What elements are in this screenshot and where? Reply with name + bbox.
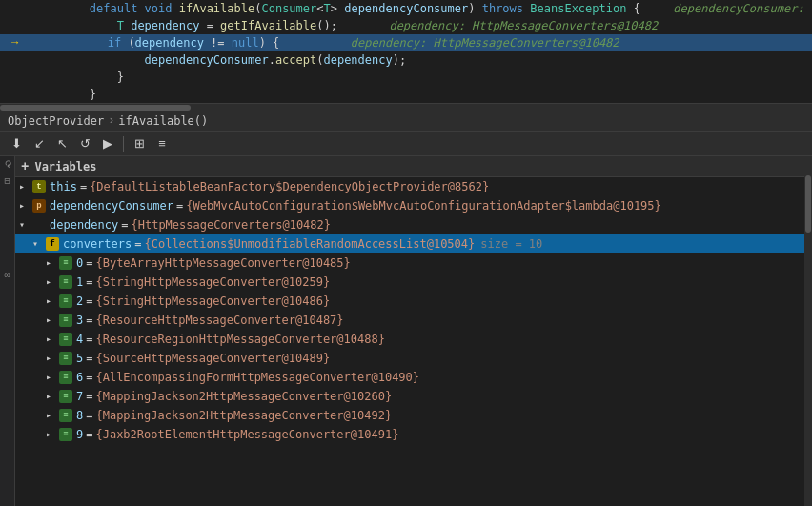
toolbar-separator-1 xyxy=(123,136,124,152)
var-row-converters[interactable]: ▾ f converters = {Collections$Unmodifiab… xyxy=(15,234,804,253)
var-name-8: 8 xyxy=(76,409,83,422)
expand-this[interactable]: ▸ xyxy=(19,181,32,192)
var-val-6: {AllEncompassingFormHttpMessageConverter… xyxy=(95,371,419,384)
var-val-this: {DefaultListableBeanFactory$DependencyOb… xyxy=(90,180,489,193)
variables-header: + Variables xyxy=(15,156,804,177)
side-icon-1[interactable]: ⟳ xyxy=(2,160,12,168)
var-eq-3: = xyxy=(86,314,92,327)
variables-scrollbar[interactable] xyxy=(804,156,812,506)
badge-arr-1: ≡ xyxy=(59,275,72,289)
expand-5[interactable]: ▸ xyxy=(46,353,59,364)
badge-arr-3: ≡ xyxy=(59,314,72,327)
var-val-1: {StringHttpMessageConverter@10259} xyxy=(95,275,330,289)
expand-dep-consumer[interactable]: ▸ xyxy=(19,200,32,212)
side-icon-2[interactable]: ⊟ xyxy=(4,175,10,187)
var-eq-4: = xyxy=(86,333,92,346)
badge-arr-0: ≡ xyxy=(59,256,72,270)
code-line-6: } xyxy=(0,86,812,103)
var-name-4: 4 xyxy=(76,333,83,346)
expand-dependency[interactable]: ▾ xyxy=(19,219,32,231)
var-name-1: 1 xyxy=(76,275,83,289)
var-row-dependency[interactable]: ▾ dependency = {HttpMessageConverters@10… xyxy=(15,215,804,234)
step-over-button[interactable]: ⬇ xyxy=(6,134,27,153)
var-val-converters: {Collections$UnmodifiableRandomAccessLis… xyxy=(144,237,475,251)
var-eq-dep-consumer: = xyxy=(176,199,183,213)
badge-arr-4: ≡ xyxy=(59,333,72,346)
var-name-5: 5 xyxy=(76,352,83,365)
badge-p: p xyxy=(32,199,46,213)
var-val-7: {MappingJackson2HttpMessageConverter@102… xyxy=(95,390,392,403)
var-val-dependency: {HttpMessageConverters@10482} xyxy=(131,218,331,232)
var-eq-9: = xyxy=(86,428,92,441)
expand-6[interactable]: ▸ xyxy=(46,372,59,383)
breadcrumb-object-provider[interactable]: ObjectProvider xyxy=(8,114,104,128)
var-meta-converters: size = 10 xyxy=(480,237,542,251)
step-out-button[interactable]: ↖ xyxy=(51,134,72,153)
debug-toolbar: ⬇ ↙ ↖ ↺ ▶ ⊞ ≡ xyxy=(0,132,812,156)
resume-button[interactable]: ▶ xyxy=(97,134,118,153)
var-name-7: 7 xyxy=(76,390,83,403)
badge-arr-9: ≡ xyxy=(59,428,72,441)
variables-list[interactable]: ▸ t this = {DefaultListableBeanFactory$D… xyxy=(15,177,804,506)
var-val-0: {ByteArrayHttpMessageConverter@10485} xyxy=(95,256,350,270)
badge-arr-7: ≡ xyxy=(59,390,72,403)
breadcrumb-separator: › xyxy=(108,114,114,128)
var-row-2[interactable]: ▸ ≡ 2 = {StringHttpMessageConverter@1048… xyxy=(15,292,804,311)
var-eq-1: = xyxy=(86,275,92,289)
expand-4[interactable]: ▸ xyxy=(46,334,59,345)
expand-0[interactable]: ▸ xyxy=(46,257,59,269)
var-eq-dependency: = xyxy=(121,218,128,232)
expand-2[interactable]: ▸ xyxy=(46,295,59,307)
var-eq-7: = xyxy=(86,390,92,403)
var-val-9: {Jaxb2RootElementHttpMessageConverter@10… xyxy=(95,428,398,441)
var-name-this: this xyxy=(50,180,77,193)
side-icon-3[interactable]: ∞ xyxy=(4,271,10,281)
var-row-4[interactable]: ▸ ≡ 4 = {ResourceRegionHttpMessageConver… xyxy=(15,330,804,349)
var-row-1[interactable]: ▸ ≡ 1 = {StringHttpMessageConverter@1025… xyxy=(15,273,804,292)
frames-button[interactable]: ⊞ xyxy=(129,134,150,153)
var-row-this[interactable]: ▸ t this = {DefaultListableBeanFactory$D… xyxy=(15,177,804,196)
var-row-8[interactable]: ▸ ≡ 8 = {MappingJackson2HttpMessageConve… xyxy=(15,406,804,425)
var-eq-this: = xyxy=(80,180,87,193)
var-row-dependency-consumer[interactable]: ▸ p dependencyConsumer = {WebMvcAutoConf… xyxy=(15,196,804,215)
var-val-2: {StringHttpMessageConverter@10486} xyxy=(95,294,330,308)
expand-1[interactable]: ▸ xyxy=(46,276,59,288)
badge-this: t xyxy=(32,180,46,193)
var-eq-5: = xyxy=(86,352,92,365)
breadcrumb-bar: ObjectProvider › ifAvailable() xyxy=(0,111,812,132)
var-row-9[interactable]: ▸ ≡ 9 = {Jaxb2RootElementHttpMessageConv… xyxy=(15,425,804,444)
badge-f: f xyxy=(46,237,59,251)
var-eq-8: = xyxy=(86,409,92,422)
var-eq-converters: = xyxy=(134,237,141,251)
variables-content: + Variables ▸ t this = {DefaultListableB… xyxy=(15,156,804,506)
threads-button[interactable]: ≡ xyxy=(152,134,173,153)
app-container: default void ifAvailable(Consumer<T> dep… xyxy=(0,0,812,506)
var-row-5[interactable]: ▸ ≡ 5 = {SourceHttpMessageConverter@1048… xyxy=(15,349,804,368)
expand-converters[interactable]: ▾ xyxy=(32,238,46,250)
var-val-4: {ResourceRegionHttpMessageConverter@1048… xyxy=(95,333,384,346)
expand-9[interactable]: ▸ xyxy=(46,429,59,440)
var-name-2: 2 xyxy=(76,294,83,308)
var-eq-0: = xyxy=(86,256,92,270)
breadcrumb-method[interactable]: ifAvailable() xyxy=(118,114,208,128)
badge-arr-6: ≡ xyxy=(59,371,72,384)
var-val-dep-consumer: {WebMvcAutoConfiguration$WebMvcAutoConfi… xyxy=(186,199,661,213)
code-editor: default void ifAvailable(Consumer<T> dep… xyxy=(0,0,812,111)
variables-panel: ⟳ ⊟ ∞ + Variables ▸ t this = {Defaul xyxy=(0,156,812,506)
step-into-button[interactable]: ↙ xyxy=(29,134,50,153)
var-val-5: {SourceHttpMessageConverter@10489} xyxy=(95,352,330,365)
rerun-button[interactable]: ↺ xyxy=(74,134,95,153)
var-name-0: 0 xyxy=(76,256,83,270)
expand-8[interactable]: ▸ xyxy=(46,410,59,421)
var-row-3[interactable]: ▸ ≡ 3 = {ResourceHttpMessageConverter@10… xyxy=(15,311,804,330)
var-name-3: 3 xyxy=(76,314,83,327)
add-watch-button[interactable]: + xyxy=(21,159,29,174)
var-name-6: 6 xyxy=(76,371,83,384)
expand-3[interactable]: ▸ xyxy=(46,314,59,326)
badge-arr-5: ≡ xyxy=(59,352,72,365)
var-row-7[interactable]: ▸ ≡ 7 = {MappingJackson2HttpMessageConve… xyxy=(15,387,804,406)
var-row-6[interactable]: ▸ ≡ 6 = {AllEncompassingFormHttpMessageC… xyxy=(15,368,804,387)
left-side-panel: ⟳ ⊟ ∞ xyxy=(0,156,15,506)
expand-7[interactable]: ▸ xyxy=(46,391,59,402)
var-row-0[interactable]: ▸ ≡ 0 = {ByteArrayHttpMessageConverter@1… xyxy=(15,253,804,273)
